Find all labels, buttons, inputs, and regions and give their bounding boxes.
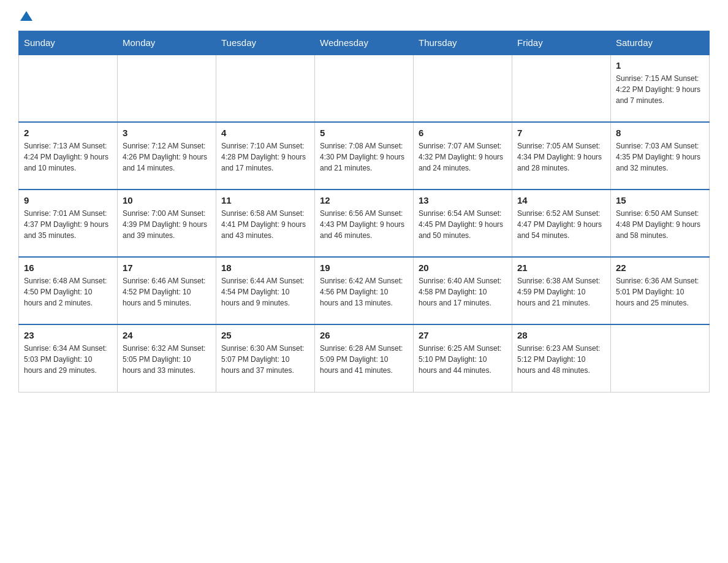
calendar-cell [315, 55, 414, 122]
day-number: 18 [221, 262, 309, 273]
day-number: 27 [419, 330, 507, 340]
day-info: Sunrise: 7:07 AM Sunset: 4:32 PM Dayligh… [419, 140, 507, 174]
calendar-cell: 28Sunrise: 6:23 AM Sunset: 5:12 PM Dayli… [512, 324, 611, 392]
day-number: 4 [221, 128, 309, 138]
calendar-cell: 8Sunrise: 7:03 AM Sunset: 4:35 PM Daylig… [611, 122, 710, 190]
day-info: Sunrise: 6:25 AM Sunset: 5:10 PM Dayligh… [419, 343, 507, 376]
calendar-cell: 20Sunrise: 6:40 AM Sunset: 4:58 PM Dayli… [414, 257, 512, 324]
day-info: Sunrise: 6:23 AM Sunset: 5:12 PM Dayligh… [517, 343, 605, 376]
day-number: 19 [320, 262, 408, 273]
day-number: 10 [123, 195, 211, 205]
day-number: 9 [24, 195, 112, 205]
week-row-5: 23Sunrise: 6:34 AM Sunset: 5:03 PM Dayli… [19, 324, 710, 392]
day-number: 13 [419, 195, 507, 205]
day-number: 21 [517, 262, 605, 273]
day-number: 5 [320, 128, 408, 138]
calendar-cell: 15Sunrise: 6:50 AM Sunset: 4:48 PM Dayli… [611, 190, 710, 257]
day-info: Sunrise: 7:12 AM Sunset: 4:26 PM Dayligh… [123, 140, 211, 174]
weekday-header-sunday: Sunday [19, 31, 118, 55]
calendar-cell [216, 55, 315, 122]
week-row-1: 1Sunrise: 7:15 AM Sunset: 4:22 PM Daylig… [19, 55, 710, 122]
calendar-cell [414, 55, 512, 122]
day-info: Sunrise: 6:32 AM Sunset: 5:05 PM Dayligh… [123, 343, 211, 376]
calendar-cell [512, 55, 611, 122]
calendar-cell: 26Sunrise: 6:28 AM Sunset: 5:09 PM Dayli… [315, 324, 414, 392]
calendar-cell: 4Sunrise: 7:10 AM Sunset: 4:28 PM Daylig… [216, 122, 315, 190]
calendar-cell: 12Sunrise: 6:56 AM Sunset: 4:43 PM Dayli… [315, 190, 414, 257]
day-info: Sunrise: 6:50 AM Sunset: 4:48 PM Dayligh… [616, 208, 704, 241]
week-row-3: 9Sunrise: 7:01 AM Sunset: 4:37 PM Daylig… [19, 190, 710, 257]
day-number: 25 [221, 330, 309, 340]
day-info: Sunrise: 6:42 AM Sunset: 4:56 PM Dayligh… [320, 275, 408, 308]
day-info: Sunrise: 6:46 AM Sunset: 4:52 PM Dayligh… [123, 275, 211, 308]
day-number: 17 [123, 262, 211, 273]
day-info: Sunrise: 6:38 AM Sunset: 4:59 PM Dayligh… [517, 275, 605, 308]
day-info: Sunrise: 7:03 AM Sunset: 4:35 PM Dayligh… [616, 140, 704, 174]
calendar-cell: 6Sunrise: 7:07 AM Sunset: 4:32 PM Daylig… [414, 122, 512, 190]
weekday-header-tuesday: Tuesday [216, 31, 315, 55]
calendar-cell: 21Sunrise: 6:38 AM Sunset: 4:59 PM Dayli… [512, 257, 611, 324]
week-row-2: 2Sunrise: 7:13 AM Sunset: 4:24 PM Daylig… [19, 122, 710, 190]
weekday-header-monday: Monday [118, 31, 216, 55]
day-info: Sunrise: 6:52 AM Sunset: 4:47 PM Dayligh… [517, 208, 605, 241]
day-info: Sunrise: 7:08 AM Sunset: 4:30 PM Dayligh… [320, 140, 408, 174]
weekday-header-friday: Friday [512, 31, 611, 55]
page-header [18, 12, 710, 21]
calendar-cell: 24Sunrise: 6:32 AM Sunset: 5:05 PM Dayli… [118, 324, 216, 392]
day-number: 8 [616, 128, 704, 138]
day-info: Sunrise: 6:56 AM Sunset: 4:43 PM Dayligh… [320, 208, 408, 241]
day-info: Sunrise: 7:01 AM Sunset: 4:37 PM Dayligh… [24, 208, 112, 241]
calendar-cell [611, 324, 710, 392]
day-number: 6 [419, 128, 507, 138]
calendar-cell: 11Sunrise: 6:58 AM Sunset: 4:41 PM Dayli… [216, 190, 315, 257]
calendar-cell: 1Sunrise: 7:15 AM Sunset: 4:22 PM Daylig… [611, 55, 710, 122]
day-number: 12 [320, 195, 408, 205]
calendar-cell: 19Sunrise: 6:42 AM Sunset: 4:56 PM Dayli… [315, 257, 414, 324]
day-number: 24 [123, 330, 211, 340]
day-info: Sunrise: 6:48 AM Sunset: 4:50 PM Dayligh… [24, 275, 112, 308]
weekday-header-row: SundayMondayTuesdayWednesdayThursdayFrid… [19, 31, 710, 55]
day-info: Sunrise: 6:40 AM Sunset: 4:58 PM Dayligh… [419, 275, 507, 308]
calendar-cell: 22Sunrise: 6:36 AM Sunset: 5:01 PM Dayli… [611, 257, 710, 324]
calendar-cell: 18Sunrise: 6:44 AM Sunset: 4:54 PM Dayli… [216, 257, 315, 324]
day-number: 22 [616, 262, 704, 273]
day-number: 2 [24, 128, 112, 138]
calendar-cell: 2Sunrise: 7:13 AM Sunset: 4:24 PM Daylig… [19, 122, 118, 190]
day-number: 3 [123, 128, 211, 138]
calendar-cell: 23Sunrise: 6:34 AM Sunset: 5:03 PM Dayli… [19, 324, 118, 392]
calendar-cell: 13Sunrise: 6:54 AM Sunset: 4:45 PM Dayli… [414, 190, 512, 257]
calendar-cell: 5Sunrise: 7:08 AM Sunset: 4:30 PM Daylig… [315, 122, 414, 190]
calendar-cell: 3Sunrise: 7:12 AM Sunset: 4:26 PM Daylig… [118, 122, 216, 190]
day-number: 11 [221, 195, 309, 205]
day-number: 1 [616, 60, 704, 71]
day-info: Sunrise: 7:05 AM Sunset: 4:34 PM Dayligh… [517, 140, 605, 174]
day-info: Sunrise: 6:34 AM Sunset: 5:03 PM Dayligh… [24, 343, 112, 376]
day-info: Sunrise: 6:36 AM Sunset: 5:01 PM Dayligh… [616, 275, 704, 308]
day-info: Sunrise: 7:15 AM Sunset: 4:22 PM Dayligh… [616, 73, 704, 106]
day-info: Sunrise: 6:54 AM Sunset: 4:45 PM Dayligh… [419, 208, 507, 241]
day-info: Sunrise: 6:44 AM Sunset: 4:54 PM Dayligh… [221, 275, 309, 308]
day-number: 26 [320, 330, 408, 340]
day-info: Sunrise: 6:28 AM Sunset: 5:09 PM Dayligh… [320, 343, 408, 376]
day-info: Sunrise: 7:10 AM Sunset: 4:28 PM Dayligh… [221, 140, 309, 174]
calendar-cell [118, 55, 216, 122]
weekday-header-wednesday: Wednesday [315, 31, 414, 55]
logo [18, 12, 32, 21]
day-number: 20 [419, 262, 507, 273]
weekday-header-saturday: Saturday [611, 31, 710, 55]
day-info: Sunrise: 7:00 AM Sunset: 4:39 PM Dayligh… [123, 208, 211, 241]
calendar-cell: 16Sunrise: 6:48 AM Sunset: 4:50 PM Dayli… [19, 257, 118, 324]
calendar-cell: 27Sunrise: 6:25 AM Sunset: 5:10 PM Dayli… [414, 324, 512, 392]
day-number: 15 [616, 195, 704, 205]
calendar-cell [19, 55, 118, 122]
calendar-cell: 17Sunrise: 6:46 AM Sunset: 4:52 PM Dayli… [118, 257, 216, 324]
logo-triangle-icon [20, 11, 32, 21]
calendar-cell: 7Sunrise: 7:05 AM Sunset: 4:34 PM Daylig… [512, 122, 611, 190]
day-info: Sunrise: 6:58 AM Sunset: 4:41 PM Dayligh… [221, 208, 309, 241]
day-info: Sunrise: 7:13 AM Sunset: 4:24 PM Dayligh… [24, 140, 112, 174]
calendar-cell: 9Sunrise: 7:01 AM Sunset: 4:37 PM Daylig… [19, 190, 118, 257]
calendar-cell: 25Sunrise: 6:30 AM Sunset: 5:07 PM Dayli… [216, 324, 315, 392]
day-number: 7 [517, 128, 605, 138]
day-number: 23 [24, 330, 112, 340]
calendar-cell: 10Sunrise: 7:00 AM Sunset: 4:39 PM Dayli… [118, 190, 216, 257]
